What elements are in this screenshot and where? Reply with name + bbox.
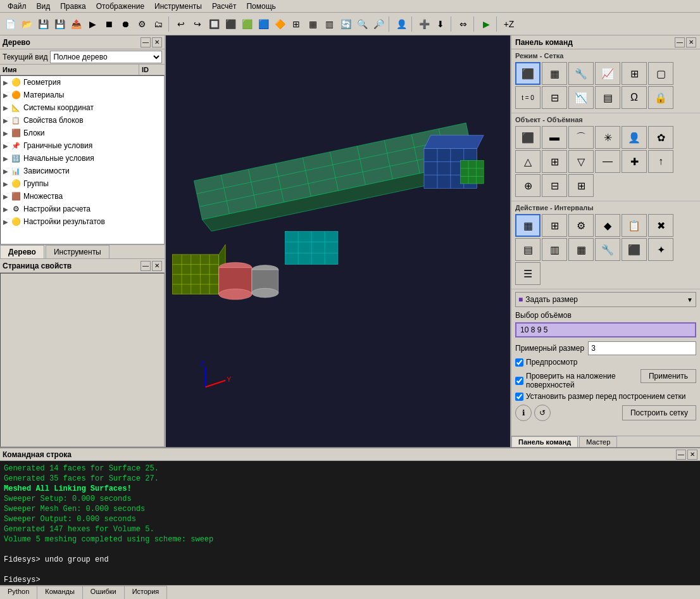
cp-obj-plus[interactable]: ✚ <box>622 150 647 173</box>
cp-mode-tool[interactable]: 🔧 <box>568 62 594 85</box>
tab-command-panel[interactable]: Панель команд <box>511 436 578 447</box>
volume-input[interactable] <box>515 322 696 337</box>
cp-act-rows[interactable]: ☰ <box>515 262 541 285</box>
cp-mode-3d-grid[interactable]: ⊞ <box>622 62 647 85</box>
console-close[interactable]: ✕ <box>687 450 697 460</box>
tree-groups[interactable]: ▶ 🟡 Группы <box>1 177 164 190</box>
tb-mag2[interactable]: 🔎 <box>371 16 386 32</box>
cp-act-gear[interactable]: ⚙ <box>568 214 594 237</box>
cp-act-copy[interactable]: 📋 <box>622 214 647 237</box>
cp-time[interactable]: t = 0 <box>515 86 541 109</box>
cp-obj-flat[interactable]: ▬ <box>542 126 567 149</box>
tb-3d[interactable]: 🗂 <box>151 16 166 32</box>
current-view-select[interactable]: Полное дерево <box>50 51 162 63</box>
cp-obj-curve[interactable]: ⌒ <box>568 126 594 149</box>
menu-display[interactable]: Отображение <box>91 1 149 12</box>
tb-cube4[interactable]: 🟦 <box>256 16 271 32</box>
tree-result-settings[interactable]: ▶ 🟡 Настройки результатов <box>1 215 164 228</box>
tree-geometry[interactable]: ▶ 🟡 Геометрия <box>1 76 164 89</box>
panel-minimize[interactable]: — <box>141 37 151 47</box>
cp-act-grid5[interactable]: ▥ <box>542 238 567 261</box>
cp-obj-frame2[interactable]: ⊟ <box>542 174 567 197</box>
preview-checkbox[interactable] <box>515 358 523 367</box>
tab-tree[interactable]: Дерево <box>0 245 44 258</box>
console-tab-commands[interactable]: Команды <box>37 586 83 599</box>
props-close[interactable]: ✕ <box>152 261 162 271</box>
cp-mode-chart[interactable]: 📈 <box>595 62 620 85</box>
tb-expand[interactable]: ⇔ <box>456 16 471 32</box>
viewport-3d[interactable]: Y Z <box>166 35 510 447</box>
menu-view[interactable]: Вид <box>32 1 56 12</box>
tree-sets[interactable]: ▶ 🟫 Множества <box>1 190 164 203</box>
tree-deps[interactable]: ▶ 📊 Зависимости <box>1 165 164 177</box>
cp-mode-lock[interactable]: 🔒 <box>648 86 673 109</box>
cp-obj-grid3[interactable]: ⊞ <box>568 174 594 197</box>
cp-obj-star[interactable]: ✳ <box>595 126 620 149</box>
tb-redo[interactable]: ↪ <box>190 16 205 32</box>
tb-gear[interactable]: ⚙ <box>134 16 149 32</box>
menu-tools[interactable]: Инструменты <box>149 1 207 12</box>
tree-initial[interactable]: ▶ 🔢 Начальные условия <box>1 152 164 165</box>
cp-act-diamond[interactable]: ◆ <box>595 214 620 237</box>
cp-obj-pyramid[interactable]: △ <box>515 150 541 173</box>
cp-obj-tri[interactable]: ▽ <box>568 150 594 173</box>
cp-mode-surface[interactable]: ▦ <box>542 62 567 85</box>
cp-act-tool2[interactable]: 🔧 <box>595 238 620 261</box>
tab-tools[interactable]: Инструменты <box>46 245 109 258</box>
cp-obj-dash[interactable]: — <box>595 150 620 173</box>
cp-mode-bar[interactable]: ⊟ <box>542 86 567 109</box>
cp-mode-mesh[interactable]: ⬛ <box>515 62 541 85</box>
console-tab-python[interactable]: Python <box>0 586 37 599</box>
cp-mode-curve[interactable]: 📉 <box>568 86 594 109</box>
tb-user[interactable]: 👤 <box>394 16 409 32</box>
cp-mode-table[interactable]: ▤ <box>595 86 620 109</box>
tb-grid[interactable]: ⊞ <box>289 16 304 32</box>
tb-play-green[interactable]: ▶ <box>478 16 494 32</box>
menu-file[interactable]: Файл <box>3 1 32 12</box>
size-input[interactable] <box>588 341 696 355</box>
tb-record[interactable]: ⏺ <box>118 16 133 32</box>
tb-new[interactable]: 📄 <box>3 16 18 32</box>
console-body[interactable]: Generated 14 faces for Surface 25. Gener… <box>0 461 700 585</box>
cp-obj-axis[interactable]: ⊕ <box>515 174 541 197</box>
tb-run[interactable]: ▶ <box>85 16 100 32</box>
tb-open[interactable]: 📂 <box>19 16 34 32</box>
tree-boundary[interactable]: ▶ 📌 Граничные условия <box>1 139 164 152</box>
build-mesh-button[interactable]: Построить сетку <box>622 405 696 420</box>
refresh-button[interactable]: ↺ <box>534 405 551 421</box>
cp-act-mesh2[interactable]: ⊞ <box>542 214 567 237</box>
console-tab-history[interactable]: История <box>125 586 168 599</box>
cp-act-interval[interactable]: ▦ <box>515 214 541 237</box>
console-minimize[interactable]: — <box>676 450 686 460</box>
tb-mesh2[interactable]: ▥ <box>322 16 337 32</box>
cp-obj-person[interactable]: 👤 <box>622 126 647 149</box>
overlap-checkbox[interactable] <box>515 377 523 385</box>
tb-stop[interactable]: ⏹ <box>101 16 116 32</box>
size-dropdown[interactable]: ■ Задать размер ▼ <box>515 292 696 307</box>
cp-mode-omega[interactable]: Ω <box>622 86 647 109</box>
menu-calc[interactable]: Расчёт <box>207 1 242 12</box>
tree-materials[interactable]: ▶ 🟠 Материалы <box>1 89 164 101</box>
tb-arrow[interactable]: ⬇ <box>433 16 448 32</box>
tab-master[interactable]: Мастер <box>579 436 617 447</box>
cp-act-grid6[interactable]: ▦ <box>568 238 594 261</box>
set-size-checkbox[interactable] <box>515 393 523 401</box>
tb-undo[interactable]: ↩ <box>173 16 189 32</box>
tree-calc-settings[interactable]: ▶ ⚙ Настройки расчета <box>1 203 164 215</box>
cp-obj-grid2[interactable]: ⊞ <box>542 150 567 173</box>
cp-act-3d[interactable]: ⬛ <box>622 238 647 261</box>
tb-mag1[interactable]: 🔍 <box>354 16 370 32</box>
cp-act-grid4[interactable]: ▤ <box>515 238 541 261</box>
tb-cube3[interactable]: 🟩 <box>239 16 254 32</box>
tb-sync[interactable]: 🔄 <box>338 16 353 32</box>
right-panel-close[interactable]: ✕ <box>686 37 696 47</box>
panel-close[interactable]: ✕ <box>152 37 162 47</box>
tb-cube5[interactable]: 🔶 <box>272 16 287 32</box>
right-panel-minimize[interactable]: — <box>675 37 685 47</box>
cp-obj-cube[interactable]: ⬛ <box>515 126 541 149</box>
tb-plus[interactable]: ➕ <box>416 16 432 32</box>
menu-edit[interactable]: Правка <box>55 1 91 12</box>
info-button[interactable]: ℹ <box>515 405 532 421</box>
cp-obj-flower[interactable]: ✿ <box>648 126 673 149</box>
tb-cube2[interactable]: ⬛ <box>223 16 238 32</box>
